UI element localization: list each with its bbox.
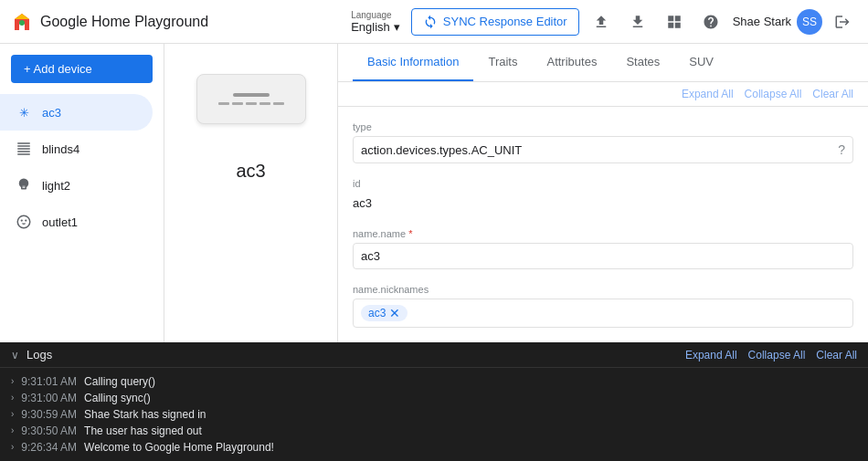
logs-body: › 9:31:01 AM Calling query() › 9:31:00 A… [0,368,868,461]
log-expand-icon[interactable]: › [11,442,14,452]
language-dropdown[interactable]: English ▾ [351,20,400,34]
app-title: Google Home Playground [40,14,208,30]
ac-stripe [233,93,270,97]
sidebar-item-light2[interactable]: light2 [0,167,153,204]
grid-icon-button[interactable] [660,7,689,37]
add-device-button[interactable]: + Add device [11,55,153,83]
help-icon-button[interactable] [696,7,725,37]
logs-title: Logs [26,348,52,361]
svg-point-0 [19,20,25,26]
info-tabs: Basic Information Traits Attributes Stat… [338,44,868,82]
id-field-group: id ac3 [353,178,853,214]
log-timestamp: 9:30:59 AM [21,408,77,421]
log-message: The user has signed out [84,424,202,437]
nicknames-label: name.nicknames [353,284,853,295]
log-entry: › 9:26:34 AM Welcome to Google Home Play… [0,439,868,456]
log-timestamp: 9:26:34 AM [21,441,77,454]
sync-btn-label: SYNC Response Editor [443,15,567,28]
log-entry: › 9:30:59 AM Shae Stark has signed in [0,406,868,423]
nicknames-field-group: name.nicknames ac3 ✕ [353,284,853,328]
svg-point-3 [25,219,26,221]
sidebar-item-outlet1[interactable]: outlet1 [0,204,153,240]
log-message: Shae Stark has signed in [84,408,206,421]
logs-toggle-button[interactable]: ∨ [11,349,19,361]
log-entry: › 9:31:00 AM Calling sync() [0,390,868,406]
expand-all-button[interactable]: Expand All [682,88,734,100]
main-content: + Add device ✳ ac3 blinds4 light2 outlet… [0,44,868,342]
avatar: SS [797,9,822,35]
upload-icon [593,14,609,30]
type-help-icon[interactable]: ? [838,142,845,157]
log-message: Calling query() [84,375,155,388]
tab-traits[interactable]: Traits [473,44,532,81]
log-expand-icon[interactable]: › [11,409,14,419]
log-expand-icon[interactable]: › [11,393,14,403]
upload-icon-button[interactable] [587,7,616,37]
type-value: action.devices.types.AC_UNIT ? [353,136,853,163]
snowflake-icon: ✳ [15,103,33,121]
download-icon-button[interactable] [623,7,652,37]
device-image-panel: ac3 [164,44,338,342]
sidebar-item-ac3[interactable]: ✳ ac3 [0,94,153,131]
svg-point-2 [21,219,23,221]
sync-response-editor-button[interactable]: SYNC Response Editor [411,8,579,36]
log-entry: › 9:31:01 AM Calling query() [0,373,868,390]
log-message: Calling sync() [84,392,151,404]
basic-info-form: type action.devices.types.AC_UNIT ? id a… [338,107,868,342]
clear-all-button[interactable]: Clear All [812,88,853,100]
sidebar-item-label: outlet1 [42,215,78,229]
sidebar-item-label: ac3 [42,106,61,120]
device-image [192,62,311,135]
nickname-tag: ac3 ✕ [361,305,408,321]
collapse-all-button[interactable]: Collapse All [745,88,802,100]
id-label: id [353,178,853,189]
tab-states[interactable]: States [611,44,674,81]
center-device-name: ac3 [236,161,265,182]
chevron-down-icon: ∨ [11,349,19,361]
type-label: type [353,121,853,132]
user-name: Shae Stark [733,15,791,28]
type-field-group: type action.devices.types.AC_UNIT ? [353,121,853,163]
logout-icon [834,14,851,30]
logs-clear-all-button[interactable]: Clear All [816,349,857,361]
name-field-group: name.name * [353,228,853,269]
tab-basic-information[interactable]: Basic Information [353,44,473,81]
sidebar-item-label: blinds4 [42,142,79,156]
user-menu[interactable]: Shae Stark SS [733,7,857,37]
logs-actions: Expand All Collapse All Clear All [685,349,857,361]
google-home-icon [11,11,33,33]
ac-vents [218,102,284,105]
download-icon [630,14,646,30]
logout-icon-button[interactable] [828,7,857,37]
info-actions-bar: Expand All Collapse All Clear All [338,82,868,107]
tab-attributes[interactable]: Attributes [532,44,611,81]
sidebar-item-blinds4[interactable]: blinds4 [0,131,153,167]
tab-suv[interactable]: SUV [674,44,728,81]
blinds-icon [15,140,33,158]
logs-expand-all-button[interactable]: Expand All [685,349,737,361]
log-expand-icon[interactable]: › [11,425,14,435]
logs-header: ∨ Logs Expand All Collapse All Clear All [0,342,868,368]
logs-collapse-all-button[interactable]: Collapse All [748,349,806,361]
name-input[interactable] [353,243,853,269]
name-label: name.name * [353,228,853,239]
grid-icon [666,14,683,30]
required-indicator: * [408,228,412,239]
log-message: Welcome to Google Home Playground! [84,441,274,454]
nickname-value: ac3 [368,307,386,320]
help-icon [703,14,719,30]
log-entry: › 9:30:50 AM The user has signed out [0,423,868,439]
language-value: English [351,20,390,34]
svg-point-1 [17,215,30,228]
logs-section: ∨ Logs Expand All Collapse All Clear All… [0,342,868,461]
language-selector[interactable]: Language English ▾ [351,10,400,34]
nickname-remove-button[interactable]: ✕ [389,307,400,320]
app-logo: Google Home Playground [11,11,208,33]
log-expand-icon[interactable]: › [11,376,14,386]
ac-unit-visual [196,74,306,124]
outlet-icon [15,213,33,231]
log-timestamp: 9:31:01 AM [21,375,77,388]
log-timestamp: 9:31:00 AM [21,392,77,404]
sync-icon [423,15,438,29]
sidebar-item-label: light2 [42,179,70,193]
